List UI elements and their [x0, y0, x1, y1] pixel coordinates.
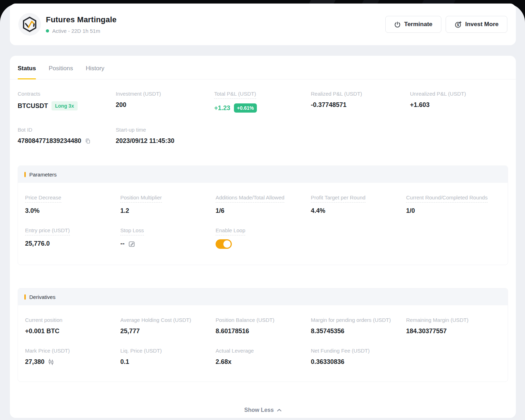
field-value: 25,777 — [120, 328, 216, 335]
field-current-position: Current position +0.001 BTC — [25, 317, 120, 335]
field-stop-loss: Stop Loss -- — [120, 227, 216, 247]
field-remaining-margin: Remaining Margin (USDT) 184.30377557 — [406, 317, 501, 335]
field-value: 0.1 — [120, 358, 216, 366]
field-value: 1/0 — [406, 207, 501, 215]
terminate-button[interactable]: Terminate — [385, 16, 441, 33]
bot-id-value: 478084771839234480 — [18, 137, 81, 145]
show-less-label: Show Less — [244, 407, 274, 413]
field-enable-loop: Enable Loop — [216, 227, 311, 249]
parameters-header: Parameters — [18, 166, 508, 183]
field-value: +1.603 — [410, 101, 508, 109]
field-entry-price: Entry price (USDT) 25,776.0 — [25, 227, 120, 247]
field-label: Investment (USDT) — [116, 91, 214, 97]
chevron-up-icon — [277, 409, 282, 412]
field-value: 184.30377557 — [406, 328, 501, 335]
bot-logo-icon — [22, 16, 38, 32]
accent-bar — [24, 172, 26, 177]
field-value: 8.60178516 — [216, 328, 311, 335]
field-position-balance: Position Balance (USDT) 8.60178516 — [216, 317, 311, 335]
field-investment: Investment (USDT) 200 — [116, 91, 214, 109]
field-avg-holding-cost: Average Holding Cost (USDT) 25,777 — [120, 317, 216, 335]
field-actual-leverage: Actual Leverage 2.68x — [216, 348, 311, 366]
field-label: Mark Price (USDT) — [25, 348, 120, 354]
enable-loop-toggle[interactable] — [216, 239, 232, 249]
field-realized-pnl: Realized P&L (USDT) -0.37748571 — [311, 91, 410, 109]
field-label: Additions Made/Total Allowed — [216, 194, 284, 203]
tab-positions[interactable]: Positions — [49, 65, 73, 79]
field-price-decrease: Price Decrease 3.0% — [25, 194, 120, 215]
field-value: 200 — [116, 101, 214, 109]
parameters-section: Parameters Price Decrease 3.0% Position … — [18, 166, 508, 265]
field-label: Price Decrease — [25, 194, 61, 203]
field-label: Bot ID — [18, 127, 116, 133]
status-dot — [46, 29, 49, 32]
show-less-button[interactable]: Show Less — [10, 407, 516, 413]
tab-status[interactable]: Status — [18, 65, 36, 79]
field-value: -0.37748571 — [311, 101, 410, 109]
power-icon — [394, 21, 401, 28]
field-label: Total P&L (USDT) — [214, 91, 256, 99]
field-label: Liq. Price (USDT) — [120, 348, 216, 354]
mark-price-value: 27,380 — [25, 358, 44, 366]
derivatives-header: Derivatives — [18, 288, 508, 305]
long-leverage-badge: Long 3x — [52, 101, 78, 110]
terminate-label: Terminate — [404, 21, 433, 28]
field-contracts: Contracts BTCUSDT Long 3x — [18, 91, 116, 110]
candlestick-chart-icon[interactable] — [48, 359, 54, 365]
field-label: Position Balance (USDT) — [216, 317, 311, 323]
field-value: 8.35745356 — [311, 328, 406, 335]
field-label: Contracts — [18, 91, 116, 97]
field-current-round: Current Round/Completed Rounds 1/0 — [406, 194, 501, 215]
section-title: Parameters — [29, 172, 57, 178]
field-label: Current position — [25, 317, 120, 323]
field-position-multiplier: Position Multiplier 1.2 — [120, 194, 216, 215]
field-label: Realized P&L (USDT) — [311, 91, 410, 97]
field-label: Enable Loop — [216, 227, 245, 235]
page-sheet: Futures Martingale Active - 22D 1h 51m T… — [0, 4, 525, 420]
field-label: Actual Leverage — [216, 348, 311, 354]
bot-avatar — [18, 13, 41, 36]
total-pnl-value: +1.23 — [214, 104, 230, 112]
field-liq-price: Liq. Price (USDT) 0.1 — [120, 348, 216, 366]
field-value: 1/6 — [216, 207, 311, 215]
field-total-pnl: Total P&L (USDT) +1.23 +0.61% — [214, 91, 311, 113]
field-label: Profit Target per Round — [311, 194, 366, 203]
accent-bar — [24, 294, 26, 300]
page-title: Futures Martingale — [46, 15, 116, 24]
field-value: 25,776.0 — [25, 240, 120, 247]
field-net-funding-fee: Net Funding Fee (USDT) 0.36330836 — [311, 348, 406, 366]
coin-dollar-plus-icon: $ — [454, 21, 462, 28]
field-pending-margin: Margin for pending orders (USDT) 8.35745… — [311, 317, 406, 335]
tab-history[interactable]: History — [86, 65, 104, 79]
derivatives-section: Derivatives Current position +0.001 BTC … — [18, 288, 508, 382]
edit-icon[interactable] — [128, 240, 135, 247]
bot-header-card: Futures Martingale Active - 22D 1h 51m T… — [10, 4, 516, 45]
invest-more-button[interactable]: $ Invest More — [446, 16, 507, 33]
field-label: Remaining Margin (USDT) — [406, 317, 501, 323]
field-startup-time: Start-up time 2023/09/12 11:45:30 — [116, 127, 214, 145]
field-value: 3.0% — [25, 207, 120, 215]
field-label: Position Multiplier — [120, 194, 162, 203]
field-label: Current Round/Completed Rounds — [406, 194, 488, 203]
field-value: +0.001 BTC — [25, 328, 120, 335]
field-unrealized-pnl: Unrealized P&L (USDT) +1.603 — [410, 91, 508, 109]
field-value: 2.68x — [216, 358, 311, 366]
stop-loss-value: -- — [120, 240, 125, 247]
copy-icon[interactable] — [85, 138, 91, 144]
status-text: Active - 22D 1h 51m — [52, 28, 100, 34]
field-label: Margin for pending orders (USDT) — [311, 317, 406, 323]
field-profit-target: Profit Target per Round 4.4% — [311, 194, 406, 215]
field-label: Unrealized P&L (USDT) — [410, 91, 508, 97]
field-value: 4.4% — [311, 207, 406, 215]
pnl-percent-badge: +0.61% — [234, 103, 257, 113]
field-value: 0.36330836 — [311, 358, 406, 366]
invest-more-label: Invest More — [465, 21, 499, 28]
field-value: 1.2 — [120, 207, 216, 215]
field-label: Start-up time — [116, 127, 214, 133]
field-label: Stop Loss — [120, 227, 144, 235]
field-mark-price: Mark Price (USDT) 27,380 — [25, 348, 120, 366]
field-label: Average Holding Cost (USDT) — [120, 317, 216, 323]
field-bot-id: Bot ID 478084771839234480 — [18, 127, 116, 145]
toggle-knob — [223, 240, 231, 248]
field-label: Entry price (USDT) — [25, 227, 70, 235]
